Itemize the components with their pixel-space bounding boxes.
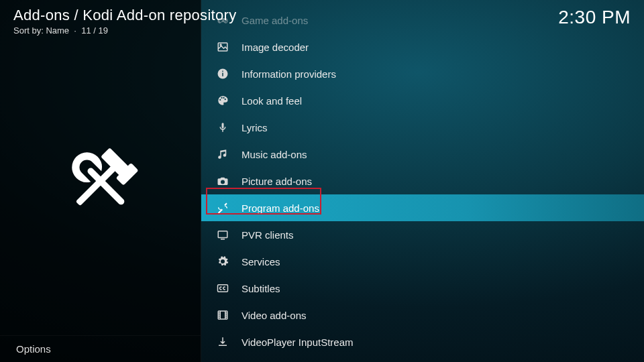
- svg-rect-13: [222, 73, 223, 76]
- music-icon: [216, 147, 229, 161]
- main-list-area: Game add-onsImage decoderInformation pro…: [201, 0, 644, 362]
- list-item-label: VideoPlayer InputStream: [241, 337, 354, 348]
- list-item[interactable]: Lyrics: [201, 114, 644, 141]
- svg-rect-0: [75, 164, 117, 206]
- list-item-label: Subtitles: [241, 283, 280, 294]
- list-item[interactable]: Look and feel: [201, 87, 644, 114]
- svg-rect-17: [218, 231, 227, 238]
- list-item[interactable]: Services: [201, 248, 644, 275]
- options-button[interactable]: Options: [0, 335, 201, 362]
- category-list: Game add-onsImage decoderInformation pro…: [201, 0, 644, 362]
- list-item[interactable]: Subtitles: [201, 275, 644, 302]
- info-icon: [216, 67, 229, 80]
- image-decoder-icon: [216, 40, 229, 54]
- clock: 2:30 PM: [558, 7, 631, 28]
- list-item-label: Image decoder: [241, 42, 309, 53]
- position-label: 11 / 19: [81, 25, 108, 36]
- list-item[interactable]: Program add-ons: [201, 194, 644, 221]
- mic-icon: [216, 121, 229, 134]
- list-item[interactable]: Picture add-ons: [201, 168, 644, 194]
- list-item[interactable]: Music add-ons: [201, 141, 644, 168]
- svg-rect-15: [222, 123, 224, 128]
- list-item-label: Look and feel: [241, 95, 302, 107]
- cc-icon: [216, 282, 229, 295]
- header-subline: Sort by: Name · 11 / 19: [13, 25, 236, 36]
- options-label: Options: [16, 343, 51, 355]
- list-item[interactable]: Virtual filesystems: [201, 355, 644, 362]
- header: Add-ons / Kodi Add-on repository Sort by…: [0, 0, 644, 38]
- svg-rect-14: [222, 71, 223, 72]
- list-item[interactable]: PVR clients: [201, 221, 644, 248]
- list-item[interactable]: Video add-ons: [201, 302, 644, 328]
- list-item[interactable]: VideoPlayer InputStream: [201, 328, 644, 355]
- list-item-label: Music add-ons: [241, 149, 307, 160]
- palette-icon: [216, 94, 229, 107]
- category-illustration: [0, 27, 201, 335]
- film-icon: [216, 308, 229, 322]
- gear-icon: [216, 255, 229, 268]
- list-item[interactable]: Information providers: [201, 60, 644, 87]
- list-item-label: PVR clients: [241, 229, 294, 241]
- list-item-label: Program add-ons: [241, 202, 319, 214]
- list-item-label: Information providers: [241, 68, 336, 80]
- svg-point-11: [220, 44, 221, 46]
- tv-icon: [216, 228, 229, 241]
- camera-icon: [216, 174, 229, 188]
- sort-label: Sort by: Name: [13, 25, 69, 36]
- list-item-label: Lyrics: [241, 122, 268, 133]
- list-item-label: Picture add-ons: [241, 176, 312, 187]
- sidebar: Options: [0, 0, 201, 362]
- tools-illustration: [47, 127, 154, 235]
- breadcrumb: Add-ons / Kodi Add-on repository: [13, 7, 236, 24]
- list-item-label: Services: [241, 256, 280, 267]
- tools-icon: [216, 201, 229, 215]
- download-icon: [216, 335, 229, 349]
- list-item-label: Video add-ons: [241, 310, 306, 321]
